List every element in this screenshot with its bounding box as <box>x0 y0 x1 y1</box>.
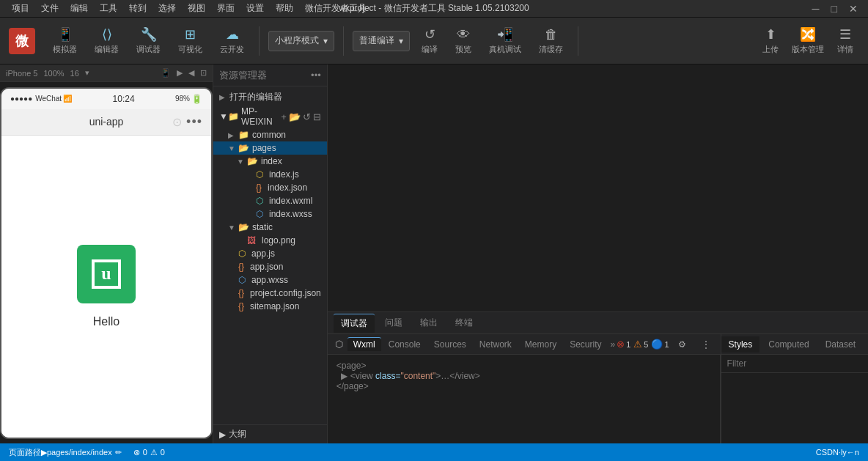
upload-button[interactable]: ⬆ 上传 <box>757 23 784 58</box>
folder-index[interactable]: ▼ 📂 index <box>213 155 327 168</box>
file-app-json[interactable]: {} app.json <box>213 260 327 273</box>
subtab-memory[interactable]: Memory <box>519 338 562 351</box>
battery-percentage: 98% <box>175 95 190 103</box>
right-toolbar: ⬆ 上传 🔀 版本管理 ☰ 详情 <box>757 23 859 58</box>
phone-chevron-icon: ▾ <box>85 68 89 78</box>
subtab-console[interactable]: Console <box>383 338 427 351</box>
file-project-config[interactable]: {} project.config.json <box>213 287 327 300</box>
file-index-wxml[interactable]: ⬡ index.wxml <box>213 194 327 207</box>
visible-button[interactable]: ⊞ 可视化 <box>172 23 208 58</box>
xml-line-2[interactable]: ▶ <view class="content">…</view> <box>336 371 711 381</box>
compile-button[interactable]: ↺ 编译 <box>416 23 444 58</box>
mp-weixin-root[interactable]: ▼ 📁 MP-WEIXIN + 📂 ↺ ⊟ <box>213 105 327 128</box>
info-badge-group: 🔵 1 <box>651 339 669 350</box>
editor-button[interactable]: ⟨⟩ 编辑器 <box>89 23 125 58</box>
debugger-icon: 🔧 <box>141 26 157 43</box>
minimize-button[interactable]: ─ <box>808 3 824 15</box>
version-button[interactable]: 🔀 版本管理 <box>786 23 830 58</box>
add-file-icon[interactable]: + <box>281 111 287 122</box>
real-device-button[interactable]: 📲 真机调试 <box>483 23 527 58</box>
tab-debugger[interactable]: 调试器 <box>334 314 375 333</box>
upload-label: 上传 <box>762 44 779 55</box>
simulator-button[interactable]: 📱 模拟器 <box>47 23 83 58</box>
close-button[interactable]: ✕ <box>845 3 862 15</box>
status-error-icon: ⊗ <box>133 448 140 457</box>
settings-icon[interactable]: ⚙ <box>672 334 693 355</box>
phone-rotate-icon[interactable]: ⊡ <box>200 68 207 78</box>
menu-item-settings[interactable]: 设置 <box>240 2 270 15</box>
mode-select[interactable]: 小程序模式 ▾ <box>268 31 334 51</box>
app-json-label: app.json <box>250 262 283 272</box>
debug-subtabs: ⬡ Wxml Console Sources Network Memory Se… <box>328 334 721 355</box>
file-index-wxss[interactable]: ⬡ index.wxss <box>213 207 327 221</box>
right-tab-component-data[interactable]: Component Data <box>864 336 868 353</box>
resource-manager-more-icon[interactable]: ••• <box>311 70 321 81</box>
right-tab-computed[interactable]: Computed <box>761 336 816 353</box>
maximize-button[interactable]: □ <box>827 3 842 15</box>
menu-item-help[interactable]: 帮助 <box>270 2 299 15</box>
menu-item-view[interactable]: 视图 <box>182 2 211 15</box>
wifi-icon: 📶 <box>63 95 72 103</box>
subtab-sources[interactable]: Sources <box>428 338 472 351</box>
debugger-button[interactable]: 🔧 调试器 <box>130 23 166 58</box>
debug-left-icon[interactable]: ⬡ <box>332 337 346 351</box>
tab-output[interactable]: 输出 <box>413 314 445 332</box>
open-editors-arrow: ▶ <box>219 93 227 101</box>
clear-cache-button[interactable]: 🗑 清缓存 <box>533 24 569 58</box>
cloud-label: 云开发 <box>220 44 244 55</box>
resource-manager-label: 资源管理器 <box>219 69 267 82</box>
more-options-icon[interactable]: ⋮ <box>696 334 716 355</box>
index-folder-arrow: ▼ <box>237 158 244 166</box>
folder-common[interactable]: ▶ 📁 common <box>213 128 327 141</box>
index-json-label: index.json <box>268 182 307 193</box>
file-app-js[interactable]: ⬡ app.js <box>213 247 327 260</box>
right-tab-dataset[interactable]: Dataset <box>818 336 863 353</box>
refresh-icon[interactable]: ↺ <box>303 111 311 122</box>
file-logo-png[interactable]: 🖼 logo.png <box>213 234 327 247</box>
detail-icon: ☰ <box>839 26 851 43</box>
phone-nav: uni-app ••• ⊙ <box>1 109 211 136</box>
index-wxml-label: index.wxml <box>269 196 312 206</box>
file-index-json[interactable]: {} index.json <box>213 181 327 194</box>
subtab-more-icon[interactable]: » <box>611 339 616 350</box>
file-index-js[interactable]: ⬡ index.js <box>213 168 327 181</box>
tab-terminal[interactable]: 终端 <box>448 314 480 332</box>
compile-mode-select[interactable]: 普通编译 ▾ <box>353 31 410 51</box>
menu-item-select[interactable]: 选择 <box>152 2 182 15</box>
phone-nav-more[interactable]: ••• <box>186 114 202 130</box>
phone-model: iPhone 5 <box>6 69 37 78</box>
menu-item-goto[interactable]: 转到 <box>123 2 152 15</box>
cloud-button[interactable]: ☁ 云开发 <box>214 23 250 58</box>
index-folder-label: index <box>261 156 282 166</box>
separator-3 <box>578 26 578 56</box>
menu-item-project[interactable]: 项目 <box>6 2 35 15</box>
file-app-wxss[interactable]: ⬡ app.wxss <box>213 273 327 287</box>
right-tab-styles[interactable]: Styles <box>721 336 760 353</box>
open-editors-item[interactable]: ▶ 打开的编辑器 <box>213 89 327 105</box>
phone-play-icon[interactable]: ▶ <box>177 68 183 78</box>
phone-back-icon[interactable]: ◀ <box>188 68 194 78</box>
tab-issues[interactable]: 问题 <box>378 314 410 332</box>
static-folder-icon: 📂 <box>238 222 249 232</box>
toolbar: 微 📱 模拟器 ⟨⟩ 编辑器 🔧 调试器 ⊞ 可视化 ☁ 云开发 小程序模式 ▾… <box>0 18 868 64</box>
preview-icon: 👁 <box>457 27 470 43</box>
add-folder-icon[interactable]: 📂 <box>289 111 301 122</box>
menu-item-tools[interactable]: 工具 <box>94 2 123 15</box>
subtab-security[interactable]: Security <box>564 338 607 351</box>
menu-item-edit[interactable]: 编辑 <box>65 2 94 15</box>
detail-button[interactable]: ☰ 详情 <box>831 23 859 58</box>
menu-item-file[interactable]: 文件 <box>35 2 65 15</box>
preview-button[interactable]: 👁 预览 <box>449 24 477 58</box>
folder-pages[interactable]: ▼ 📂 pages <box>213 141 327 155</box>
file-sitemap[interactable]: {} sitemap.json <box>213 300 327 313</box>
status-bar: 页面路径 ▶ pages/index/index ✏ ⊗ 0 ⚠ 0 CSDN·… <box>0 443 868 461</box>
filter-input[interactable] <box>727 358 868 369</box>
outline-section[interactable]: ▶ 大纲 <box>213 424 327 443</box>
phone-size: 16 <box>70 69 79 78</box>
menu-item-interface[interactable]: 界面 <box>211 2 240 15</box>
folder-static[interactable]: ▼ 📂 static <box>213 221 327 234</box>
subtab-network[interactable]: Network <box>474 338 518 351</box>
subtab-wxml[interactable]: Wxml <box>347 337 381 351</box>
collapse-all-icon[interactable]: ⊟ <box>313 111 321 122</box>
debug-content: ⬡ Wxml Console Sources Network Memory Se… <box>328 334 868 443</box>
